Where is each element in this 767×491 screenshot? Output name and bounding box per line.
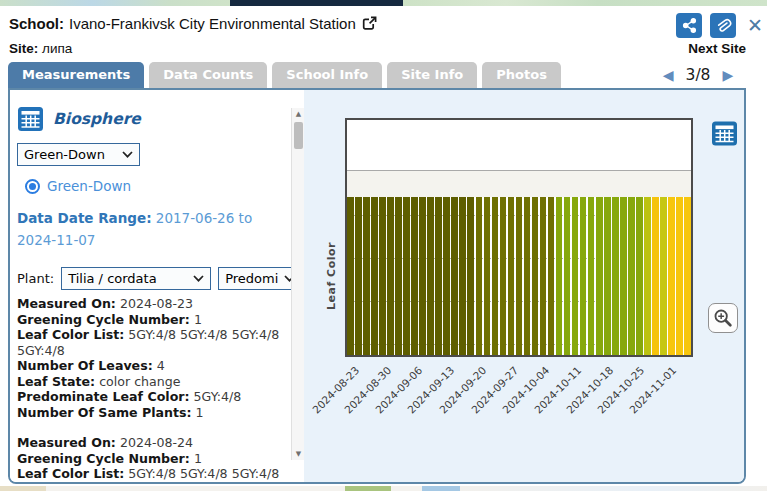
tab-bar: Measurements Data Counts School Info Sit… bbox=[8, 62, 561, 88]
date-range-label: Data Date Range: bbox=[17, 210, 152, 226]
next-site-icon[interactable]: ▶ bbox=[722, 68, 733, 82]
leaf-color-bar bbox=[395, 197, 402, 355]
prev-site-icon[interactable]: ◀ bbox=[663, 68, 674, 82]
leaf-color-bar bbox=[355, 197, 362, 355]
leaf-color-bar bbox=[572, 197, 579, 355]
leaf-color-bar bbox=[532, 197, 539, 355]
leaf-color-bar bbox=[363, 197, 370, 355]
leaf-color-bar bbox=[652, 197, 659, 355]
school-label: School: bbox=[9, 15, 64, 32]
leaf-color-bar bbox=[516, 197, 523, 355]
measurement-field: Greening Cycle Number: 1 bbox=[17, 451, 291, 467]
biosphere-header: Biosphere bbox=[17, 106, 141, 132]
close-icon[interactable]: ✕ bbox=[744, 13, 763, 38]
chevron-down-icon bbox=[284, 275, 291, 282]
radio-selected-icon bbox=[25, 179, 40, 194]
site-dialog: School: Ivano-Frankivsk City Environment… bbox=[0, 6, 767, 486]
site-label: Site: bbox=[9, 41, 38, 56]
leaf-color-bar bbox=[540, 197, 547, 355]
sidebar-scrollbar[interactable]: ▲ ▼ bbox=[291, 108, 304, 460]
plant-select[interactable]: Tilia / cordata bbox=[61, 267, 211, 290]
chart-panel: Leaf Color 2024-08-232024-08-302024-09-0… bbox=[304, 90, 744, 482]
attach-link-button[interactable] bbox=[710, 13, 736, 38]
leaf-color-bar bbox=[644, 197, 651, 355]
protocol-select-value: Green-Down bbox=[24, 147, 105, 162]
open-external-icon[interactable] bbox=[361, 15, 378, 32]
tab-school-info[interactable]: School Info bbox=[272, 62, 382, 88]
section-title: Biosphere bbox=[53, 110, 141, 128]
header-actions: ✕ bbox=[676, 13, 763, 38]
leaf-color-bar bbox=[387, 197, 394, 355]
plant-label: Plant: bbox=[17, 271, 54, 286]
leaf-color-bar bbox=[443, 197, 450, 355]
page-indicator: 3/8 bbox=[686, 66, 711, 84]
measurement-list: Measured On: 2024-08-23Greening Cycle Nu… bbox=[17, 296, 291, 482]
school-name: Ivano-Frankivsk City Environmental Stati… bbox=[69, 15, 356, 32]
measurement-field: Measured On: 2024-08-24 bbox=[17, 435, 291, 451]
protocol-select[interactable]: Green-Down bbox=[17, 143, 140, 166]
leaf-color-bar bbox=[556, 197, 563, 355]
leaf-color-bar bbox=[676, 197, 683, 355]
chevron-down-icon bbox=[193, 275, 204, 282]
measurement-field: Number Of Same Plants: 1 bbox=[17, 405, 291, 421]
leaf-color-bar bbox=[604, 197, 611, 355]
leaf-color-bar bbox=[371, 197, 378, 355]
leaf-color-bar bbox=[588, 197, 595, 355]
leaf-color-bar bbox=[459, 197, 466, 355]
sidebar: Biosphere Green-Down Green-Down Data Dat… bbox=[10, 90, 291, 482]
chart-upper-band bbox=[347, 171, 691, 197]
leaf-color-bar bbox=[684, 197, 691, 355]
measurements-panel: Biosphere Green-Down Green-Down Data Dat… bbox=[8, 88, 746, 484]
scrollbar-thumb[interactable] bbox=[294, 122, 303, 149]
chart-zoom-button[interactable] bbox=[708, 303, 738, 333]
site-title: Site: липа bbox=[9, 41, 72, 56]
leaf-color-bar bbox=[411, 197, 418, 355]
leaf-color-bar bbox=[596, 197, 603, 355]
leaf-color-bar bbox=[636, 197, 643, 355]
leaf-color-bar bbox=[419, 197, 426, 355]
y-axis-title: Leaf Color bbox=[324, 197, 339, 355]
leaf-color-bar bbox=[484, 197, 491, 355]
leaf-color-bar bbox=[660, 197, 667, 355]
leaf-color-bar bbox=[668, 197, 675, 355]
leaf-color-bar bbox=[451, 197, 458, 355]
leaf-color-bar bbox=[403, 197, 410, 355]
leaf-color-bar bbox=[508, 197, 515, 355]
x-axis-labels: 2024-08-232024-08-302024-09-062024-09-13… bbox=[345, 361, 693, 456]
plant-row: Plant: Tilia / cordata Predomina bbox=[17, 267, 291, 290]
leaf-color-bar bbox=[524, 197, 531, 355]
chevron-down-icon bbox=[122, 151, 133, 158]
leaf-color-bar bbox=[435, 197, 442, 355]
leaf-color-bar bbox=[379, 197, 386, 355]
measurement-field: Leaf State: color change bbox=[17, 374, 291, 390]
measurement-field: Greening Cycle Number: 1 bbox=[17, 312, 291, 328]
paperclip-icon bbox=[714, 17, 732, 35]
tab-data-counts[interactable]: Data Counts bbox=[149, 62, 267, 88]
chart-bars bbox=[347, 197, 691, 355]
site-name: липа bbox=[42, 41, 72, 56]
green-down-radio[interactable]: Green-Down bbox=[25, 178, 131, 194]
measurement-field: Predominate Leaf Color: 5GY:4/8 bbox=[17, 389, 291, 405]
tab-photos[interactable]: Photos bbox=[482, 62, 561, 88]
data-date-range: Data Date Range: 2017-06-26 to 2024-11-0… bbox=[17, 207, 291, 251]
show-data-table-button[interactable] bbox=[711, 120, 738, 147]
radio-label: Green-Down bbox=[47, 178, 131, 194]
tab-site-info[interactable]: Site Info bbox=[387, 62, 477, 88]
tab-measurements[interactable]: Measurements bbox=[8, 62, 144, 88]
leaf-color-bar bbox=[467, 197, 474, 355]
plant-select-value: Tilia / cordata bbox=[68, 271, 157, 286]
table-grid-icon bbox=[711, 120, 738, 147]
leaf-color-chart bbox=[345, 118, 693, 357]
measurement-field: Leaf Color List: 5GY:4/8 5GY:4/8 5GY:4/8 bbox=[17, 466, 291, 482]
leaf-color-bar bbox=[548, 197, 555, 355]
screen: School: Ivano-Frankivsk City Environment… bbox=[0, 0, 767, 491]
measurement-field: Leaf Color List: 5GY:4/8 5GY:4/8 5GY:4/8… bbox=[17, 327, 291, 358]
next-site-label: Next Site bbox=[650, 41, 746, 56]
share-button[interactable] bbox=[676, 13, 702, 38]
leaf-color-bar bbox=[628, 197, 635, 355]
leaf-color-bar bbox=[564, 197, 571, 355]
school-title: School: Ivano-Frankivsk City Environment… bbox=[9, 15, 378, 32]
measurement-record: Measured On: 2024-08-24Greening Cycle Nu… bbox=[17, 435, 291, 482]
site-pager: ◀ 3/8 ▶ bbox=[650, 63, 746, 87]
attribute-select[interactable]: Predomina bbox=[218, 267, 291, 290]
